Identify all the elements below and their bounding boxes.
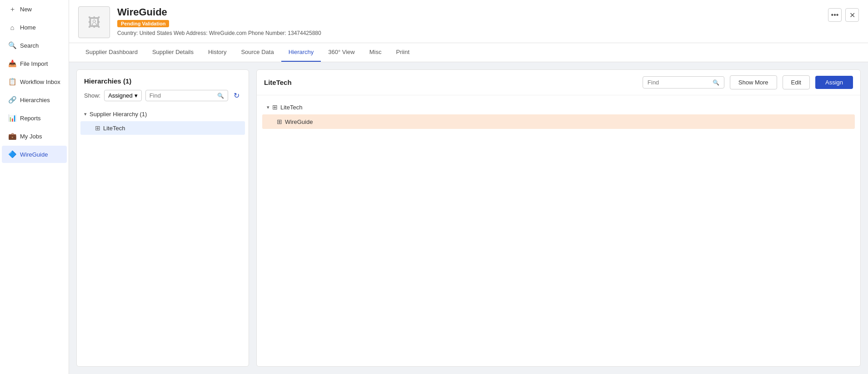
sidebar-item-home[interactable]: ⌂ Home (2, 19, 67, 36)
show-more-button[interactable]: Show More (730, 75, 777, 89)
sidebar: ＋ New ⌂ Home 🔍 Search 📥 File Import 📋 Wo… (0, 0, 69, 374)
sidebar-item-workflow-inbox[interactable]: 📋 Workflow Inbox (2, 73, 67, 90)
sidebar-item-label: Home (20, 24, 36, 31)
reports-icon: 📊 (8, 114, 16, 122)
sidebar-item-file-import[interactable]: 📥 File Import (2, 55, 67, 72)
find-search-icon: 🔍 (217, 93, 224, 99)
right-panel-title: LiteTech (264, 79, 637, 86)
tab-hierarchy[interactable]: Hierarchy (281, 43, 321, 62)
tab-source-data[interactable]: Source Data (234, 43, 281, 62)
sidebar-item-label: Search (20, 42, 39, 49)
tab-misc[interactable]: Misc (362, 43, 389, 62)
file-import-icon: 📥 (8, 59, 16, 68)
right-search-icon: 🔍 (713, 79, 719, 86)
panel-title: Hierarchies (1) (77, 70, 249, 89)
show-select-value: Assigned (108, 92, 132, 99)
sidebar-item-label: Workflow Inbox (20, 79, 60, 85)
sidebar-item-label: My Jobs (20, 133, 42, 140)
more-options-button[interactable]: ••• (828, 8, 842, 22)
record-meta: Country: United States Web Address: Wire… (117, 30, 821, 36)
hierarchy-child-icon: ⊞ (277, 118, 282, 125)
jobs-icon: 💼 (8, 132, 16, 140)
tree-item-label: LiteTech (103, 125, 125, 132)
sidebar-item-wireguide[interactable]: 🔷 WireGuide (2, 146, 67, 163)
main-content: 🖼 WireGuide Pending Validation Country: … (69, 0, 868, 374)
refresh-button[interactable]: ↻ (232, 89, 241, 102)
hierarchies-panel: Hierarchies (1) Show: Assigned ▾ 🔍 ↻ ▾ S… (76, 69, 249, 367)
content-area: Hierarchies (1) Show: Assigned ▾ 🔍 ↻ ▾ S… (69, 62, 868, 374)
sidebar-item-reports[interactable]: 📊 Reports (2, 109, 67, 127)
sidebar-item-label: Hierarchies (20, 97, 50, 103)
tree-group-header[interactable]: ▾ Supplier Hierarchy (1) (80, 107, 245, 121)
chevron-down-icon: ▾ (84, 111, 87, 117)
assign-button[interactable]: Assign (815, 76, 853, 89)
workflow-icon: 📋 (8, 78, 16, 86)
show-label: Show: (84, 92, 100, 99)
right-tree-child-label: WireGuide (285, 118, 313, 125)
hierarchy-detail-panel: LiteTech 🔍 Show More Edit Assign ▾ ⊞ Lit… (256, 69, 861, 367)
tab-supplier-details[interactable]: Supplier Details (145, 43, 201, 62)
chevron-down-icon: ▾ (267, 104, 269, 110)
tree-group-label: Supplier Hierarchy (1) (90, 111, 147, 118)
home-icon: ⌂ (8, 24, 16, 31)
right-panel-header: LiteTech 🔍 Show More Edit Assign (257, 70, 860, 95)
record-info: WireGuide Pending Validation Country: Un… (117, 6, 821, 36)
hierarchy-tree: ▾ Supplier Hierarchy (1) ⊞ LiteTech (77, 107, 249, 366)
sidebar-item-label: New (20, 6, 32, 13)
record-avatar: 🖼 (78, 6, 110, 38)
tab-priint[interactable]: Priint (389, 43, 417, 62)
wireguide-icon: 🔷 (8, 150, 16, 158)
sidebar-item-label: WireGuide (20, 151, 48, 158)
close-button[interactable]: ✕ (845, 8, 859, 22)
avatar-placeholder-icon: 🖼 (88, 15, 100, 30)
sidebar-item-search[interactable]: 🔍 Search (2, 37, 67, 54)
status-badge: Pending Validation (117, 20, 169, 27)
find-input-wrapper: 🔍 (145, 90, 228, 101)
hierarchy-parent-icon: ⊞ (272, 103, 278, 111)
sidebar-item-new[interactable]: ＋ New (2, 0, 67, 18)
tab-bar: Supplier Dashboard Supplier Details Hist… (69, 43, 868, 62)
tab-history[interactable]: History (201, 43, 234, 62)
right-hierarchy-tree: ▾ ⊞ LiteTech ⊞ WireGuide (257, 95, 860, 366)
header-actions: ••• ✕ (828, 6, 859, 22)
sidebar-item-my-jobs[interactable]: 💼 My Jobs (2, 128, 67, 145)
show-select[interactable]: Assigned ▾ (104, 90, 141, 101)
tab-360-view[interactable]: 360° View (321, 43, 362, 62)
hierarchy-node-icon: ⊞ (95, 124, 100, 132)
tab-supplier-dashboard[interactable]: Supplier Dashboard (78, 43, 145, 62)
record-title: WireGuide (117, 6, 821, 18)
plus-icon: ＋ (8, 5, 16, 14)
sidebar-item-label: File Import (20, 60, 48, 67)
search-icon: 🔍 (8, 41, 16, 49)
right-find-input[interactable] (648, 79, 710, 86)
right-tree-parent-label: LiteTech (280, 104, 302, 111)
right-tree-child[interactable]: ⊞ WireGuide (262, 114, 855, 129)
sidebar-item-label: Reports (20, 115, 41, 122)
hierarchies-icon: 🔗 (8, 96, 16, 104)
right-tree-parent[interactable]: ▾ ⊞ LiteTech (262, 100, 855, 114)
edit-button[interactable]: Edit (783, 75, 810, 89)
right-find-input-wrapper: 🔍 (643, 76, 724, 89)
chevron-down-icon: ▾ (135, 92, 138, 99)
tree-item-litetech[interactable]: ⊞ LiteTech (80, 121, 245, 135)
find-input[interactable] (150, 92, 215, 99)
record-header: 🖼 WireGuide Pending Validation Country: … (69, 0, 868, 43)
sidebar-item-hierarchies[interactable]: 🔗 Hierarchies (2, 91, 67, 108)
panel-controls: Show: Assigned ▾ 🔍 ↻ (77, 89, 249, 107)
